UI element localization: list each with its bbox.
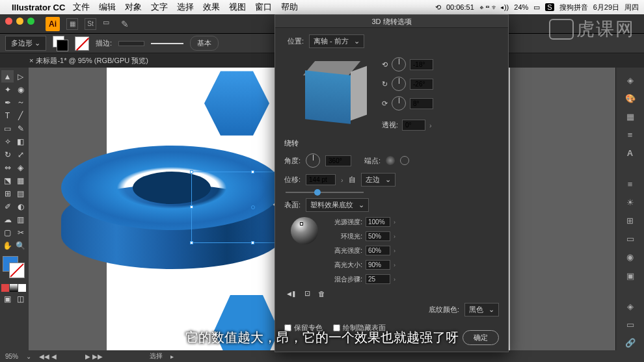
minimize-window[interactable] <box>16 18 23 25</box>
ok-button[interactable]: 确定 <box>463 330 499 345</box>
angle-dial[interactable] <box>306 153 320 168</box>
highlight-intensity-value[interactable]: 60% <box>366 246 390 255</box>
close-window[interactable] <box>5 18 12 25</box>
type-tool[interactable]: T <box>1 109 14 122</box>
shape-selector[interactable]: 多边形 ⌄ <box>5 36 46 51</box>
stroke-panel-icon[interactable]: ≡ <box>622 177 639 191</box>
rot-y-input[interactable] <box>410 79 433 90</box>
eraser-tool[interactable]: ◧ <box>14 135 27 148</box>
graph-tool[interactable]: ▥ <box>14 213 27 226</box>
angle-input[interactable] <box>325 155 351 166</box>
shape-builder-tool[interactable]: ⬔ <box>1 174 14 187</box>
ambient-value[interactable]: 50% <box>366 231 390 241</box>
perspective-tool[interactable]: ▦ <box>14 174 27 187</box>
lasso-tool[interactable]: ◉ <box>14 83 27 96</box>
hand-tool[interactable]: ✋ <box>1 239 14 252</box>
app-name[interactable]: Illustrator CC <box>12 3 65 12</box>
menu-select[interactable]: 选择 <box>177 1 194 13</box>
zoom-arrow[interactable]: ⌄ <box>26 353 31 360</box>
properties-panel-icon[interactable]: ◈ <box>622 73 639 87</box>
color-mode[interactable] <box>1 284 9 292</box>
rot-x-dial[interactable] <box>392 57 406 71</box>
direct-selection-tool[interactable]: ▷ <box>14 70 27 83</box>
align-panel-icon[interactable]: ▭ <box>622 232 639 246</box>
ime-badge[interactable]: S <box>545 3 554 11</box>
draw-mode[interactable]: ◫ <box>14 292 27 305</box>
mesh-tool[interactable]: ⊞ <box>1 187 14 200</box>
brush-tool[interactable]: ✎ <box>14 122 27 135</box>
scale-tool[interactable]: ⤢ <box>14 148 27 161</box>
links-panel-icon[interactable]: 🔗 <box>622 336 639 350</box>
surface-select[interactable]: 塑料效果底纹 <box>306 198 369 212</box>
menu-help[interactable]: 帮助 <box>281 1 298 13</box>
bridge-icon[interactable]: ▦ <box>66 18 78 30</box>
free-transform-tool[interactable]: ◈ <box>14 161 27 174</box>
symbols-panel-icon[interactable]: ☀ <box>622 195 639 209</box>
stroke-line-icon[interactable] <box>151 43 183 44</box>
rot-z-dial[interactable] <box>392 96 406 110</box>
light-sphere[interactable] <box>291 217 318 244</box>
new-light-icon[interactable]: ⊡ <box>304 289 310 298</box>
offset-slider[interactable]: ↖ <box>286 192 364 193</box>
appearance-panel-icon[interactable]: ◉ <box>622 250 639 265</box>
menu-view[interactable]: 视图 <box>229 1 246 13</box>
nav-prev[interactable]: ◀◀ ◀ <box>39 353 57 360</box>
screen-mode[interactable]: ▣ <box>1 292 14 305</box>
fill-stroke-tool[interactable] <box>3 256 26 279</box>
menu-window[interactable]: 窗口 <box>255 1 272 13</box>
rotate-tool[interactable]: ↻ <box>1 148 14 161</box>
rotation-cube[interactable] <box>297 53 369 125</box>
gradient-mode[interactable] <box>10 284 18 292</box>
nav-next[interactable]: ▶ ▶▶ <box>85 353 103 360</box>
rot-x-input[interactable] <box>410 59 433 70</box>
color-panel-icon[interactable]: 🎨 <box>622 91 639 105</box>
slice-tool[interactable]: ✂ <box>14 226 27 239</box>
light-back-icon[interactable]: ◀❚ <box>287 291 297 297</box>
graphic-styles-panel-icon[interactable]: ▣ <box>622 268 639 283</box>
stock-icon[interactable]: St <box>85 18 96 30</box>
magic-wand-tool[interactable]: ✦ <box>1 83 14 96</box>
shaper-tool[interactable]: ✧ <box>1 135 14 148</box>
menu-object[interactable]: 对象 <box>125 1 142 13</box>
width-tool[interactable]: ⇔ <box>1 161 14 174</box>
highlight-size-value[interactable]: 90% <box>366 260 390 270</box>
close-tab-icon[interactable]: × <box>29 57 33 64</box>
hexagon-top[interactable] <box>204 68 269 139</box>
menu-file[interactable]: 文件 <box>73 1 90 13</box>
offset-input[interactable] <box>306 174 336 185</box>
sel-arrow[interactable]: ▸ <box>170 353 174 360</box>
ime[interactable]: 搜狗拼音 <box>559 3 588 12</box>
menu-edit[interactable]: 编辑 <box>99 1 116 13</box>
cap-on-icon[interactable] <box>386 156 395 165</box>
cap-off-icon[interactable] <box>400 156 409 165</box>
blend-tool[interactable]: ◐ <box>14 200 27 213</box>
persp-input[interactable] <box>402 120 425 131</box>
line-tool[interactable]: ╱ <box>14 109 27 122</box>
transform-panel-icon[interactable]: ⊞ <box>622 214 639 228</box>
none-mode[interactable] <box>18 284 26 292</box>
offset-arrow[interactable]: › <box>341 176 343 184</box>
rot-y-dial[interactable] <box>392 77 406 91</box>
eyedropper-tool[interactable]: ✐ <box>1 200 14 213</box>
persp-arrow[interactable]: › <box>429 122 432 129</box>
light-intensity-value[interactable]: 100% <box>366 217 390 227</box>
from-select[interactable]: 左边 <box>361 173 396 187</box>
menu-text[interactable]: 文字 <box>151 1 168 13</box>
zoom-level[interactable]: 95% <box>5 353 18 360</box>
arrange-icon[interactable]: ▭ <box>103 18 114 30</box>
symbol-tool[interactable]: ☁ <box>1 213 14 226</box>
pen-tool[interactable]: ✒ <box>1 96 14 109</box>
blend-steps-value[interactable]: 25 <box>366 274 390 284</box>
zoom-tool[interactable]: 🔍 <box>14 239 27 252</box>
delete-light-icon[interactable]: 🗑 <box>318 290 325 298</box>
menu-effect[interactable]: 效果 <box>203 1 220 13</box>
rectangle-tool[interactable]: ▭ <box>1 122 14 135</box>
curve-tool[interactable]: ～ <box>14 96 27 109</box>
no-stroke-icon[interactable] <box>75 36 89 51</box>
layers-panel-icon[interactable]: ◈ <box>622 300 639 314</box>
brush-icon[interactable]: ✎ <box>121 19 129 29</box>
artboard-tool[interactable]: ▢ <box>1 226 14 239</box>
basic-button[interactable]: 基本 <box>190 36 219 51</box>
maximize-window[interactable] <box>27 18 34 25</box>
position-select[interactable]: 离轴 - 前方 <box>309 34 364 48</box>
